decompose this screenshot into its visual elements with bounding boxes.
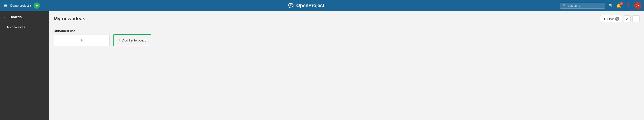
expand-button[interactable]: ⤢ [624,15,630,22]
add-list-plus-icon: + [118,38,120,43]
sidebar-back-button[interactable]: ← [4,15,7,19]
help-icon: ❓ [626,3,630,8]
main-content: My new ideas ▼ Filter 0 ⤢ ⋮ Unnamed list [49,11,644,120]
filter-label: Filter [607,17,614,20]
sidebar-title: Boards [10,15,22,19]
filter-button[interactable]: ▼ Filter 0 [600,15,622,22]
filter-count-badge: 0 [615,17,619,21]
apps-grid-button[interactable]: ⊞ [608,2,613,9]
search-input[interactable] [568,4,602,7]
top-nav: ☰ Demo project ▾ + OpenProject 🔍 ⊞ 🔔 [0,0,644,11]
notifications-button[interactable]: 🔔 1 [616,2,622,9]
project-dropdown-icon: ▾ [30,4,31,7]
main-layout: ← Boards My new ideas My new ideas ▼ Fil… [0,11,644,120]
board-column-unnamed: Unnamed list + [54,29,110,46]
user-initials: JK [636,4,639,7]
sidebar: ← Boards My new ideas [0,11,49,120]
user-avatar[interactable]: JK [634,2,641,9]
board-area: Unnamed list + + Add list to board [49,25,644,50]
add-card-button[interactable]: + [54,35,110,46]
logo-text: OpenProject [296,3,324,8]
add-project-button[interactable]: + [34,2,40,9]
sidebar-header: ← Boards [0,11,49,23]
logo-icon [288,3,295,8]
project-name-label: Demo project [10,4,29,7]
header-actions: ▼ Filter 0 ⤢ ⋮ [600,15,640,22]
sidebar-item-label: My new ideas [7,25,25,29]
app-logo: OpenProject [288,3,324,8]
column-title: Unnamed list [54,29,110,33]
nav-center: OpenProject [52,3,560,8]
notification-badge: 1 [620,2,623,5]
more-icon: ⋮ [634,17,638,20]
project-name-button[interactable]: Demo project ▾ [10,4,31,7]
page-title: My new ideas [54,16,86,22]
nav-right: 🔍 ⊞ 🔔 1 ❓ JK [560,2,641,9]
hamburger-menu-button[interactable]: ☰ [3,2,8,9]
sidebar-item-my-new-ideas[interactable]: My new ideas [0,23,49,31]
expand-icon: ⤢ [626,17,628,20]
add-card-icon: + [80,38,83,43]
help-button[interactable]: ❓ [625,2,632,9]
hamburger-icon: ☰ [4,3,7,8]
add-list-label: Add list to board [122,38,146,42]
filter-icon: ▼ [603,17,606,20]
add-icon: + [35,3,38,8]
content-header: My new ideas ▼ Filter 0 ⤢ ⋮ [49,11,644,25]
nav-left: ☰ Demo project ▾ + [3,2,52,9]
apps-grid-icon: ⊞ [608,3,612,8]
search-icon: 🔍 [562,4,566,7]
search-box[interactable]: 🔍 [560,3,605,9]
add-list-to-board-button[interactable]: + Add list to board [113,34,152,46]
more-options-button[interactable]: ⋮ [632,15,640,22]
